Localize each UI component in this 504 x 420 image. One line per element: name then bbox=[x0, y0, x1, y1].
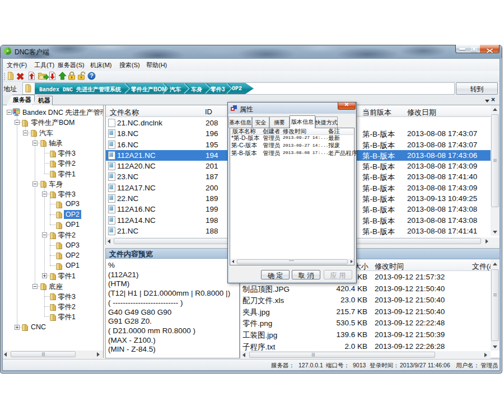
svg-text:?: ? bbox=[90, 73, 93, 79]
